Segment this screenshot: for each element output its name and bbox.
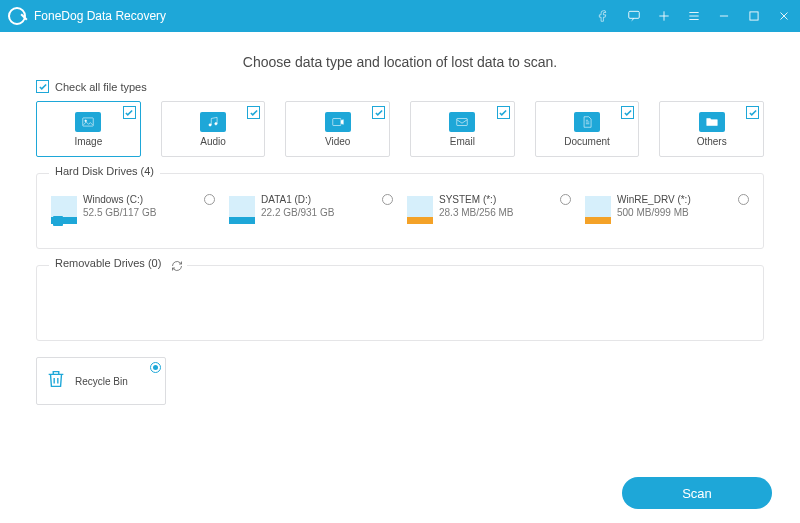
scan-button[interactable]: Scan: [622, 477, 772, 509]
recycle-bin-label: Recycle Bin: [75, 376, 128, 387]
email-icon: [449, 112, 475, 132]
check-all-label: Check all file types: [55, 81, 147, 93]
titlebar-right: [596, 8, 792, 24]
drive-info: SYSTEM (*:)28.3 MB/256 MB: [439, 194, 513, 234]
drive-radio[interactable]: [382, 194, 393, 205]
drive-item[interactable]: WinRE_DRV (*:)500 MB/999 MB: [581, 190, 753, 238]
hdd-drive-row: Windows (C:)52.5 GB/117 GBDATA1 (D:)22.2…: [47, 190, 753, 238]
svg-rect-2: [83, 117, 94, 125]
drive-radio[interactable]: [204, 194, 215, 205]
titlebar-left: FoneDog Data Recovery: [8, 7, 166, 25]
recycle-bin-radio[interactable]: [150, 362, 161, 373]
content-area: Choose data type and location of lost da…: [0, 32, 800, 413]
drive-icon: [585, 196, 611, 224]
file-type-card-video[interactable]: Video: [285, 101, 390, 157]
file-type-label: Others: [697, 136, 727, 147]
drive-info: WinRE_DRV (*:)500 MB/999 MB: [617, 194, 691, 234]
drive-info: Windows (C:)52.5 GB/117 GB: [83, 194, 156, 234]
removable-section: Removable Drives (0): [36, 265, 764, 341]
image-icon: [75, 112, 101, 132]
plus-icon[interactable]: [656, 8, 672, 24]
svg-point-3: [85, 119, 87, 121]
video-icon: [325, 112, 351, 132]
file-type-checkbox[interactable]: [372, 106, 385, 119]
close-icon[interactable]: [776, 8, 792, 24]
file-type-label: Image: [74, 136, 102, 147]
drive-size: 500 MB/999 MB: [617, 207, 691, 218]
file-type-card-email[interactable]: Email: [410, 101, 515, 157]
file-type-label: Document: [564, 136, 610, 147]
refresh-icon[interactable]: [167, 258, 187, 276]
svg-point-5: [215, 122, 217, 124]
drive-name: DATA1 (D:): [261, 194, 334, 205]
file-type-checkbox[interactable]: [621, 106, 634, 119]
minimize-icon[interactable]: [716, 8, 732, 24]
instruction-text: Choose data type and location of lost da…: [36, 54, 764, 70]
file-type-label: Email: [450, 136, 475, 147]
file-type-card-others[interactable]: Others: [659, 101, 764, 157]
drive-item[interactable]: DATA1 (D:)22.2 GB/931 GB: [225, 190, 397, 238]
drive-size: 52.5 GB/117 GB: [83, 207, 156, 218]
check-all-checkbox[interactable]: [36, 80, 49, 93]
drive-name: SYSTEM (*:): [439, 194, 513, 205]
drive-info: DATA1 (D:)22.2 GB/931 GB: [261, 194, 334, 234]
svg-point-4: [209, 123, 211, 125]
drive-icon: [407, 196, 433, 224]
drive-item[interactable]: SYSTEM (*:)28.3 MB/256 MB: [403, 190, 575, 238]
file-type-label: Video: [325, 136, 350, 147]
removable-section-title: Removable Drives (0): [49, 257, 167, 269]
titlebar: FoneDog Data Recovery: [0, 0, 800, 32]
document-icon: [574, 112, 600, 132]
app-logo-icon: [8, 7, 26, 25]
drive-icon: [51, 196, 77, 224]
file-type-checkbox[interactable]: [497, 106, 510, 119]
svg-rect-6: [332, 118, 340, 125]
file-type-row: ImageAudioVideoEmailDocumentOthers: [36, 101, 764, 157]
app-title: FoneDog Data Recovery: [34, 9, 166, 23]
drive-name: WinRE_DRV (*:): [617, 194, 691, 205]
file-type-checkbox[interactable]: [247, 106, 260, 119]
svg-rect-1: [750, 12, 758, 20]
drive-item[interactable]: Windows (C:)52.5 GB/117 GB: [47, 190, 219, 238]
recycle-bin-card[interactable]: Recycle Bin: [36, 357, 166, 405]
drive-name: Windows (C:): [83, 194, 156, 205]
chat-icon[interactable]: [626, 8, 642, 24]
drive-radio[interactable]: [560, 194, 571, 205]
file-type-card-document[interactable]: Document: [535, 101, 640, 157]
svg-rect-0: [629, 11, 640, 18]
file-type-card-image[interactable]: Image: [36, 101, 141, 157]
drive-radio[interactable]: [738, 194, 749, 205]
facebook-icon[interactable]: [596, 8, 612, 24]
trash-icon: [45, 368, 67, 394]
hdd-section-title: Hard Disk Drives (4): [49, 165, 160, 177]
file-type-checkbox[interactable]: [746, 106, 759, 119]
drive-icon: [229, 196, 255, 224]
file-type-label: Audio: [200, 136, 226, 147]
drive-size: 28.3 MB/256 MB: [439, 207, 513, 218]
folder-icon: [699, 112, 725, 132]
svg-rect-7: [457, 118, 468, 125]
menu-icon[interactable]: [686, 8, 702, 24]
audio-icon: [200, 112, 226, 132]
check-all-row[interactable]: Check all file types: [36, 80, 764, 93]
drive-size: 22.2 GB/931 GB: [261, 207, 334, 218]
hdd-section: Hard Disk Drives (4) Windows (C:)52.5 GB…: [36, 173, 764, 249]
file-type-card-audio[interactable]: Audio: [161, 101, 266, 157]
maximize-icon[interactable]: [746, 8, 762, 24]
file-type-checkbox[interactable]: [123, 106, 136, 119]
app-window: FoneDog Data Recovery Choose data type a…: [0, 0, 800, 523]
